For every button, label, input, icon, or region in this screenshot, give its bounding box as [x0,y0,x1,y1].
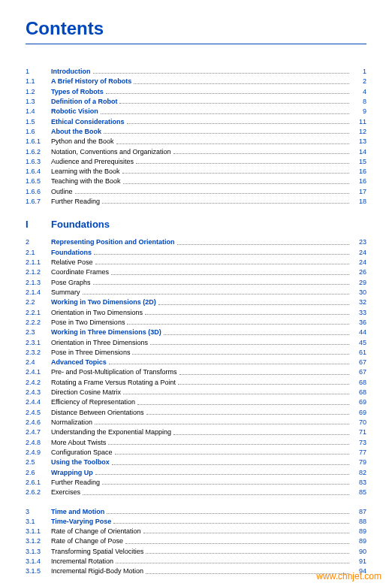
toc-row: 2.6.2Exercises85 [26,488,366,497]
toc-page: 70 [351,418,366,427]
toc-number: 2.6.2 [26,488,51,497]
toc-page: 67 [351,367,366,377]
toc-leader-dots [122,173,349,174]
toc-leader-dots [112,464,349,465]
toc-leader-dots [116,563,349,563]
toc-number: 2.1.4 [26,288,51,298]
toc-number: 2.1 [26,248,51,258]
toc-number: 2.3.2 [26,348,51,358]
toc-title: Types of Robots [51,87,104,97]
toc-title: Wrapping Up [51,468,93,478]
toc-number: 2.3 [26,328,51,337]
toc-leader-dots [134,83,349,84]
toc-page: 4 [351,87,366,97]
toc-title: Time and Motion [51,507,104,517]
toc-row: 3.1.5Incremental Rigid-Body Motion94 [26,566,366,576]
toc-number: 1.4 [26,107,51,116]
toc-leader-dots [143,533,349,533]
toc-row: 2.4.3Direction Cosine Matrix68 [26,388,366,397]
toc-row: 1.6.5Teaching with the Book16 [26,177,366,186]
toc-title: Robotic Vision [51,107,98,116]
toc-number: 2.6 [26,468,51,478]
toc-page: 32 [351,298,366,307]
toc-leader-dots [145,314,349,315]
toc-page: 85 [351,488,366,497]
toc-title: Understanding the Exponential Mapping [51,427,171,437]
toc-row: 3.1.1Rate of Change of Orientation89 [26,527,366,536]
toc-leader-dots [108,444,349,445]
toc-title: Introduction [51,67,91,77]
toc-section-1: 1Introduction11.1A Brief History of Robo… [26,67,366,207]
toc-leader-dots [173,153,349,154]
toc-leader-dots [146,553,349,554]
toc-row: 2.5Using the Toolbox79 [26,458,366,467]
toc-number: 2.2.1 [26,308,51,318]
toc-number: 1.6.1 [26,137,51,146]
toc-row: 1.5Ethical Considerations11 [26,117,366,127]
toc-row: 2.3.2Pose in Three Dimensions61 [26,348,366,358]
toc-title: Configuration Space [51,448,113,458]
toc-page: 8 [351,97,366,107]
toc-page: 24 [351,248,366,258]
toc-leader-dots [107,513,349,514]
toc-row: 1.6.6Outline17 [26,187,366,197]
toc-title: Exercises [51,488,80,497]
toc-number: 3.1.3 [26,547,51,557]
toc-title: Pose Graphs [51,278,91,288]
watermark-text: www.chnjet.com [316,571,381,581]
toc-leader-dots [146,414,349,415]
toc-row: 1.6.1Python and the Book13 [26,137,366,146]
part-row: I Foundations [26,219,366,230]
toc-row: 2.4.4Efficiency of Representation69 [26,397,366,407]
toc-page: 44 [351,328,366,337]
toc-leader-dots [158,304,349,305]
toc-number: 2.4.4 [26,397,51,407]
toc-page: 33 [351,308,366,318]
toc-title: About the Book [51,127,101,137]
toc-leader-dots [179,374,349,375]
toc-page: 68 [351,378,366,388]
toc-row: 2.1.3Pose Graphs29 [26,278,366,288]
toc-page: 24 [351,258,366,267]
toc-page: 79 [351,458,366,467]
toc-title: Pose in Three Dimensions [51,348,130,358]
toc-title: Rotating a Frame Versus Rotating a Point [51,378,176,388]
toc-title: Notation, Conventions and Organization [51,147,171,157]
toc-number: 1.6.4 [26,167,51,177]
contents-heading: Contents [26,18,366,39]
toc-title: Teaching with the Book [51,177,121,186]
toc-page: 12 [351,127,366,137]
toc-page: 87 [351,507,366,517]
toc-leader-dots [101,113,349,114]
toc-page: 18 [351,197,366,207]
toc-number: 1.5 [26,117,51,127]
toc-page: 82 [351,468,366,478]
toc-row: 2.2.1Orientation in Two Dimensions33 [26,308,366,318]
toc-number: 2.1.1 [26,258,51,267]
toc-title: Using the Toolbox [51,458,110,467]
toc-number: 1.6.2 [26,147,51,157]
toc-leader-dots [123,183,349,184]
toc-row: 2.4.6Normalization70 [26,418,366,427]
toc-page: 14 [351,147,366,157]
toc-page: 16 [351,177,366,186]
toc-title: Incremental Rotation [51,557,113,566]
toc-number: 1.6.6 [26,187,51,197]
toc-number: 3.1.5 [26,566,51,576]
toc-title: Rate of Change of Orientation [51,527,141,536]
toc-title: Further Reading [51,478,100,488]
toc-row: 3.1.2Rate of Change of Pose89 [26,536,366,546]
toc-row: 2.2.2Pose in Two Dimensions36 [26,318,366,328]
toc-leader-dots [104,133,349,134]
toc-row: 2.4.8More About Twists73 [26,438,366,448]
toc-page: 45 [351,338,366,348]
toc-number: 1.6.7 [26,197,51,207]
toc-title: Pre- and Post-Multiplication of Transfor… [51,367,177,377]
toc-row: 1.1A Brief History of Robots2 [26,77,366,86]
toc-title: Further Reading [51,197,100,207]
toc-page: 90 [351,547,366,557]
toc-row: 2.6Wrapping Up82 [26,468,366,478]
toc-number: 2.4.5 [26,408,51,418]
toc-row: 1.4Robotic Vision9 [26,107,366,116]
toc-number: 1 [26,67,51,77]
